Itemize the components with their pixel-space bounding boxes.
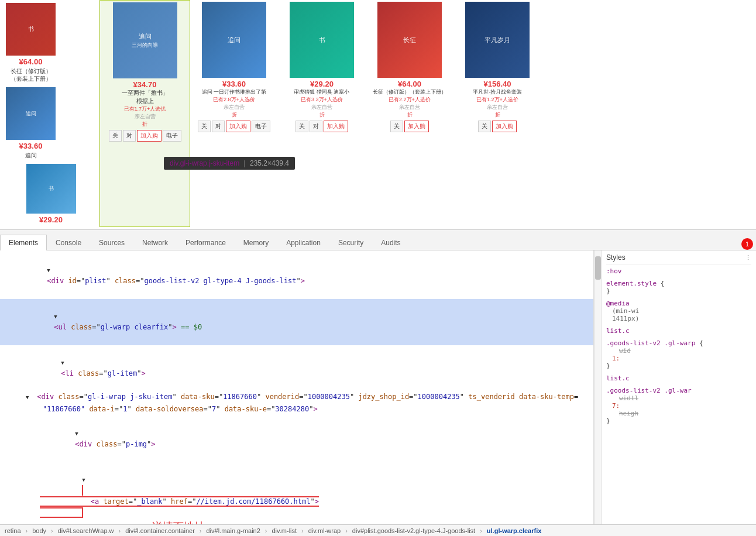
html-line[interactable]: "11867660" data-i="1" data-soldoversea="… (0, 403, 593, 415)
tab-security[interactable]: Security (329, 235, 372, 250)
element-tooltip: div.gl-i-wrap.j-sku-item | 235.2×439.4 (164, 157, 295, 170)
html-line[interactable]: <li class="gl-item"> (0, 345, 593, 391)
html-line[interactable]: <div id="plist" class="goods-list-v2 gl-… (0, 253, 593, 299)
cart-btn-4[interactable]: 加入购 (404, 121, 429, 132)
breadcrumb-container[interactable]: div#l.container.container (125, 527, 195, 534)
breadcrumb-bar: retina › body › div#l.searchWrap.w › div… (0, 524, 756, 536)
cart-btn[interactable]: 加入购 (137, 130, 161, 142)
collect-btn-4[interactable]: 关 (390, 121, 403, 132)
styles-title: Styles (606, 253, 626, 262)
arrow[interactable] (54, 311, 61, 322)
scroll-thumb[interactable] (595, 256, 601, 280)
html-line[interactable]: <div class="p-img"> (0, 416, 593, 462)
title-1: 长征（修订版）（套装上下册） (6, 67, 56, 83)
error-badge: 1 (741, 238, 753, 250)
breadcrumb-main[interactable]: div#l.main.g-main2 (207, 527, 260, 534)
styles-panel: Styles ⋮ :hov element.style { } @media (… (601, 250, 756, 524)
breadcrumb-mlist[interactable]: div.m-list (272, 527, 297, 534)
style-rule: element.style { } (606, 280, 751, 295)
breadcrumb-body[interactable]: body (32, 527, 46, 534)
cart-btn-5[interactable]: 加入购 (492, 121, 517, 132)
arrow[interactable] (82, 474, 89, 485)
collect-btn[interactable]: 关 (109, 130, 122, 142)
html-line[interactable]: <ul class="gl-warp clearfix"> == $0 (0, 299, 593, 345)
price-2: ¥33.60 (19, 142, 43, 150)
devtools-panel: Elements Console Sources Network Perform… (0, 230, 756, 536)
cart-btn-3[interactable]: 加入购 (324, 121, 348, 132)
collect-btn-3[interactable]: 关 (295, 121, 308, 132)
html-line[interactable]: <div class="gl-i-wrap j-sku-item" data-s… (0, 391, 593, 403)
collect-btn-2[interactable]: 关 (198, 121, 211, 132)
scrollbar[interactable] (594, 250, 601, 524)
styles-options: ⋮ (745, 254, 751, 262)
tab-network[interactable]: Network (133, 235, 177, 250)
breadcrumb-plist[interactable]: div#plist.goods-list-v2.gl-type-4.J-good… (352, 527, 475, 534)
style-rule: .goods-list-v2 .gl-war widtl 7: heigh } (606, 387, 751, 425)
ebook-btn-2[interactable]: 电子 (252, 121, 270, 132)
style-rule: @media (min-wi 1411px) (606, 300, 751, 322)
style-rule: .goods-list-v2 .gl-warp { wid 1: } (606, 339, 751, 370)
cart-btn-2[interactable]: 加入购 (226, 121, 250, 132)
tab-performance[interactable]: Performance (177, 235, 235, 250)
styles-header: Styles ⋮ (606, 253, 751, 264)
arrow[interactable] (61, 357, 68, 368)
style-rule: :hov (606, 267, 751, 275)
html-line[interactable]: <a target="_blank" href="//item.jd.com/1… (0, 462, 593, 524)
webpage-preview: 书 ¥64.00 长征（修订版）（套装上下册） 追问 ¥33.60 追问 (0, 0, 756, 230)
arrow[interactable] (75, 428, 82, 439)
breadcrumb-retina[interactable]: retina (5, 527, 21, 534)
breadcrumb-glwarp[interactable]: ul.gl-warp.clearfix (487, 527, 542, 534)
style-rule: list.c (606, 374, 751, 382)
price-1: ¥64.00 (19, 57, 43, 66)
breadcrumb-mlwrap[interactable]: div.ml-wrap (308, 527, 341, 534)
tab-elements[interactable]: Elements (0, 235, 47, 250)
arrow[interactable] (47, 264, 54, 276)
style-rule: list.c (606, 327, 751, 335)
ebook-btn[interactable]: 电子 (163, 130, 181, 142)
tab-audits[interactable]: Audits (372, 235, 409, 250)
compare-btn-3[interactable]: 对 (310, 121, 322, 132)
compare-btn-2[interactable]: 对 (212, 121, 225, 132)
annotation-detail-page: 详情页地址 (152, 521, 205, 524)
tab-sources[interactable]: Sources (90, 235, 133, 250)
html-tree-panel[interactable]: <div id="plist" class="goods-list-v2 gl-… (0, 250, 594, 524)
title-2: 追问 (6, 152, 56, 159)
tab-memory[interactable]: Memory (235, 235, 277, 250)
tab-application[interactable]: Application (277, 235, 329, 250)
breadcrumb-searchwrap[interactable]: div#l.searchWrap.w (58, 527, 114, 534)
collect-btn-5[interactable]: 关 (478, 121, 491, 132)
compare-btn[interactable]: 对 (123, 130, 136, 142)
tab-console[interactable]: Console (47, 235, 90, 250)
devtools-tabs: Elements Console Sources Network Perform… (0, 230, 756, 250)
arrow[interactable] (26, 391, 33, 403)
